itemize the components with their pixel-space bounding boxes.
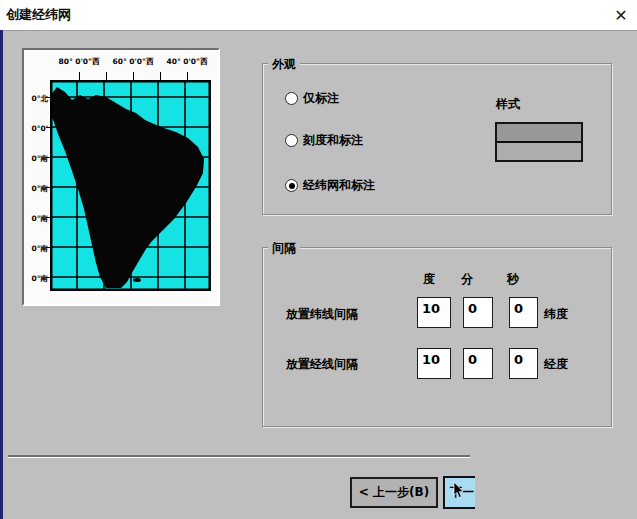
interval-groupbox [262, 247, 612, 427]
meridians-seconds-input[interactable] [509, 348, 538, 379]
dialog-title: 创建经纬网 [6, 6, 71, 24]
parallels-seconds-input[interactable] [509, 297, 538, 328]
top-tick [160, 72, 161, 80]
left-axis-label: 0°南 [24, 244, 48, 254]
longitude-unit-label: 经度 [544, 356, 568, 373]
window-left-edge [0, 30, 3, 519]
title-bar: 创建经纬网 ✕ [0, 0, 637, 30]
map-preview [50, 80, 211, 291]
top-tick [133, 72, 134, 80]
close-icon[interactable]: ✕ [609, 3, 633, 27]
parallels-interval-label: 放置纬线间隔 [286, 306, 358, 323]
top-axis-label: 80° 0'0"西 [59, 57, 100, 67]
radio-graticule-and-labels[interactable]: 经纬网和标注 [285, 177, 375, 194]
left-axis-label: 0°北 [24, 94, 48, 104]
radio-label: 刻度和标注 [303, 132, 363, 149]
bottom-separator [8, 455, 470, 458]
island [133, 278, 141, 282]
radio-icon[interactable] [285, 92, 298, 105]
style-line-sample [497, 141, 581, 143]
next-button[interactable]: 下一 [443, 476, 475, 509]
radio-selected-icon[interactable] [285, 179, 298, 192]
meridians-interval-label: 放置经线间隔 [286, 356, 358, 373]
radio-labels-only[interactable]: 仅标注 [285, 90, 339, 107]
left-axis-label: 0°南 [24, 184, 48, 194]
radio-ticks-and-labels[interactable]: 刻度和标注 [285, 132, 363, 149]
degrees-column-header: 度 [423, 271, 435, 288]
top-tick [79, 72, 80, 80]
style-swatch-top [497, 124, 581, 142]
top-axis-label: 60° 0'0"西 [113, 57, 154, 67]
graticule-preview-panel: 80° 0'0"西 60° 0'0"西 40° 0'0"西 0°北 0°0' 0… [22, 48, 220, 306]
meridians-minutes-input[interactable] [463, 348, 493, 379]
latitude-unit-label: 纬度 [544, 306, 568, 323]
style-label: 样式 [496, 96, 520, 113]
parallels-minutes-input[interactable] [463, 297, 493, 328]
create-graticule-dialog: 创建经纬网 ✕ 80° 0'0"西 60° 0'0"西 40° 0'0"西 0°… [0, 0, 637, 519]
top-axis-label: 40° 0'0"西 [167, 57, 208, 67]
left-axis-label: 0°南 [24, 214, 48, 224]
radio-label: 经纬网和标注 [303, 177, 375, 194]
appearance-group-title: 外观 [268, 56, 300, 73]
left-axis-label: 0°0' [24, 124, 48, 133]
back-button[interactable]: < 上一步(B) [350, 477, 438, 508]
style-swatch-bottom [497, 142, 581, 160]
top-tick [106, 72, 107, 80]
seconds-column-header: 秒 [507, 271, 519, 288]
line-style-preview[interactable] [495, 122, 583, 162]
left-axis-label: 0°南 [24, 154, 48, 164]
parallels-degrees-input[interactable] [417, 297, 451, 328]
minutes-column-header: 分 [461, 271, 473, 288]
radio-label: 仅标注 [303, 90, 339, 107]
left-axis-label: 0°南 [24, 274, 48, 284]
meridians-degrees-input[interactable] [417, 348, 451, 379]
top-tick [187, 72, 188, 80]
radio-icon[interactable] [285, 134, 298, 147]
interval-group-title: 间隔 [268, 240, 300, 257]
